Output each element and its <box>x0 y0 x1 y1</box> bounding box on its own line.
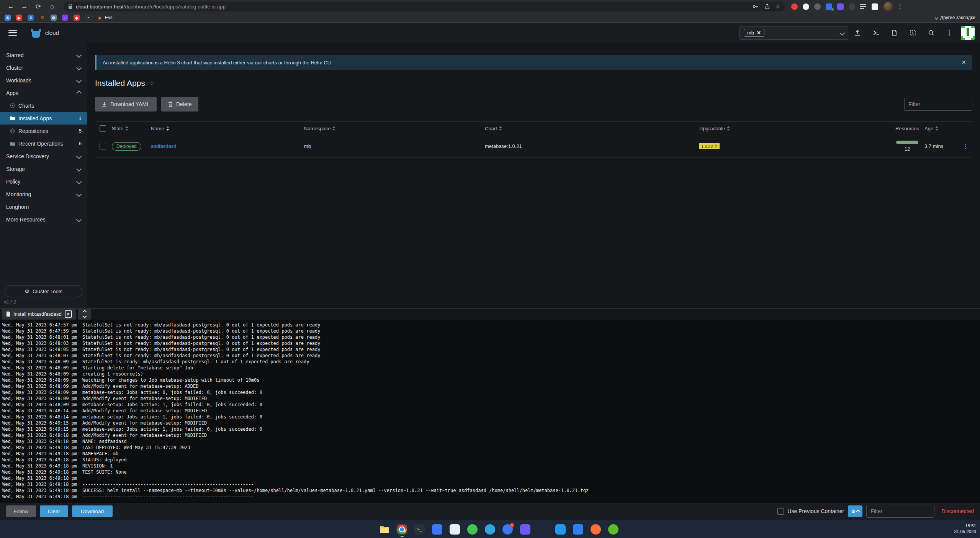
table-filter-input[interactable] <box>904 98 972 111</box>
bookmark-youtube-icon[interactable]: ▶ <box>16 15 22 21</box>
col-chart[interactable]: Chart <box>485 126 699 131</box>
upgradable-badge[interactable]: 1.0.22⇧ <box>699 143 720 149</box>
other-bookmarks[interactable]: Другие закладки <box>935 15 975 20</box>
sidebar-group-longhorn[interactable]: Longhorn <box>0 200 87 213</box>
file-explorer-icon[interactable] <box>379 524 389 535</box>
use-previous-container[interactable]: Use Previous Container <box>777 508 844 515</box>
sidebar-item-charts[interactable]: Charts <box>0 99 87 112</box>
taskbar-clock[interactable]: 18:51 31.05.2023 <box>954 523 976 535</box>
import-yaml-icon[interactable] <box>903 26 922 39</box>
forward-icon[interactable]: → <box>20 2 29 11</box>
firefox-icon[interactable] <box>591 524 601 535</box>
home-icon[interactable]: ⌂ <box>47 2 57 11</box>
sidebar-item-repositories[interactable]: Repositories5 <box>0 125 87 137</box>
storefront-icon[interactable] <box>520 524 530 535</box>
col-upgradable[interactable]: Upgradable <box>699 126 890 131</box>
sidebar-item-recent-operations[interactable]: Recent Operations6 <box>0 137 87 150</box>
col-name[interactable]: Name <box>151 126 304 131</box>
share-icon[interactable] <box>764 3 770 10</box>
bookmark-twitch-icon[interactable]: ⌐ <box>62 15 68 21</box>
start-button[interactable] <box>362 524 372 535</box>
sidebar-group-service-discovery[interactable]: Service Discovery <box>0 150 87 162</box>
sidebar-group-workloads[interactable]: Workloads <box>0 74 87 87</box>
sidebar-group-storage[interactable]: Storage <box>0 162 87 175</box>
purple-extension-icon[interactable] <box>837 3 844 10</box>
resource-search-box[interactable]: mb ✕ <box>739 26 848 40</box>
sidebar-group-starred[interactable]: Starred <box>0 49 87 61</box>
back-icon[interactable]: ← <box>6 2 15 11</box>
file-icon[interactable] <box>885 26 903 39</box>
resources-bar <box>896 141 918 144</box>
sidebar-group-cluster[interactable]: Cluster <box>0 61 87 74</box>
messenger-icon[interactable]: 1 <box>502 524 513 535</box>
cluster-tools-button[interactable]: ⚙ Cluster Tools <box>5 285 82 297</box>
chip-clear-icon[interactable]: ✕ <box>757 30 761 36</box>
qbittorrent-icon[interactable] <box>608 524 618 535</box>
address-bar[interactable]: cloud.bootsman.host/dashboard/c/local/ap… <box>64 2 785 11</box>
white-square-extension-icon[interactable] <box>872 3 878 10</box>
docker-icon[interactable] <box>555 524 566 535</box>
log-filter-input[interactable] <box>866 505 934 518</box>
row-actions-icon[interactable]: ⋮ <box>959 143 972 150</box>
reload-icon[interactable]: ⟳ <box>34 2 43 11</box>
user-avatar[interactable] <box>961 26 975 40</box>
sidebar-group-policy[interactable]: Policy <box>0 175 87 188</box>
search-icon[interactable] <box>922 26 940 39</box>
use-previous-container-checkbox[interactable] <box>777 508 784 515</box>
sidebar-item-installed-apps[interactable]: Installed Apps1 <box>0 112 87 125</box>
dark-circle-extension-icon[interactable] <box>814 3 821 10</box>
pycharm-icon[interactable] <box>432 524 442 535</box>
favorite-star-icon[interactable]: ☆ <box>149 79 155 87</box>
browser-profile-avatar[interactable] <box>883 2 893 11</box>
search-chip[interactable]: mb ✕ <box>744 29 764 37</box>
banner-close-icon[interactable]: ✕ <box>961 59 966 66</box>
light-circle-extension-icon[interactable] <box>803 3 809 10</box>
notepad-icon[interactable] <box>450 524 460 535</box>
browser-menu-icon[interactable]: ⋮ <box>897 3 903 10</box>
bookmark-shield-icon[interactable]: ◈ <box>74 15 80 21</box>
adblock-extension-icon[interactable] <box>791 3 798 10</box>
bookmark-app-blue-icon[interactable]: ✳ <box>5 15 11 21</box>
kebab-menu-icon[interactable]: ⋮ <box>940 26 959 39</box>
kubectl-shell-icon[interactable] <box>867 26 885 39</box>
bookmark-4pda-icon[interactable]: 4 <box>28 15 34 21</box>
follow-button[interactable]: Follow <box>6 505 36 517</box>
chrome-icon[interactable] <box>397 524 407 535</box>
bookmark-gmail-icon[interactable]: M <box>39 15 45 21</box>
log-output[interactable]: Wed, May 31 2023 6:47:57 pmStatefulSet i… <box>0 320 980 503</box>
panel-resize-toggle[interactable] <box>78 309 91 320</box>
key-icon[interactable] <box>753 3 759 10</box>
list-extension-icon[interactable] <box>860 3 867 10</box>
select-all-checkbox[interactable] <box>100 125 106 132</box>
terminal-icon[interactable]: >_ <box>414 524 425 535</box>
log-tab[interactable]: Install mb:asdfasdasd ✕ <box>2 309 76 320</box>
bookmark-settings-icon[interactable]: ⚙ <box>51 15 57 21</box>
vscode-icon[interactable] <box>573 524 583 535</box>
download-yaml-button[interactable]: Download YAML <box>95 97 157 112</box>
sidebar-group-apps[interactable]: Apps <box>0 87 87 99</box>
delete-button[interactable]: Delete <box>161 97 198 112</box>
col-namespace[interactable]: Namespace <box>304 126 485 131</box>
clear-button[interactable]: Clear <box>40 505 68 517</box>
app-name-link[interactable]: asdfasdasd <box>151 143 304 149</box>
telegram-icon[interactable] <box>485 524 495 535</box>
col-state[interactable]: State <box>112 126 151 131</box>
bookmark-gitlab-icon[interactable]: ◆ <box>97 15 103 21</box>
bookmark-star-icon[interactable]: ☆ <box>775 3 780 10</box>
dark-extension-icon[interactable] <box>849 3 855 10</box>
download-button[interactable]: Download <box>72 505 113 517</box>
upload-icon[interactable] <box>848 26 867 39</box>
log-settings-button[interactable]: ⚙ <box>848 505 862 517</box>
col-age[interactable]: Age <box>924 126 959 131</box>
bookmark-clock-icon[interactable]: ◔ <box>85 15 91 21</box>
hamburger-menu-icon[interactable] <box>8 30 17 36</box>
tab-close-icon[interactable]: ✕ <box>65 310 72 318</box>
row-checkbox[interactable] <box>100 143 106 149</box>
steam-icon[interactable] <box>538 524 548 535</box>
password-extension-icon[interactable]: 1 <box>826 3 832 10</box>
sidebar-group-more-resources[interactable]: More Resources <box>0 213 87 226</box>
bookmark-label[interactable]: Evil <box>105 15 112 20</box>
whatsapp-icon[interactable] <box>467 524 478 535</box>
cluster-name[interactable]: cloud <box>45 30 59 36</box>
sidebar-group-monitoring[interactable]: Monitoring <box>0 188 87 200</box>
